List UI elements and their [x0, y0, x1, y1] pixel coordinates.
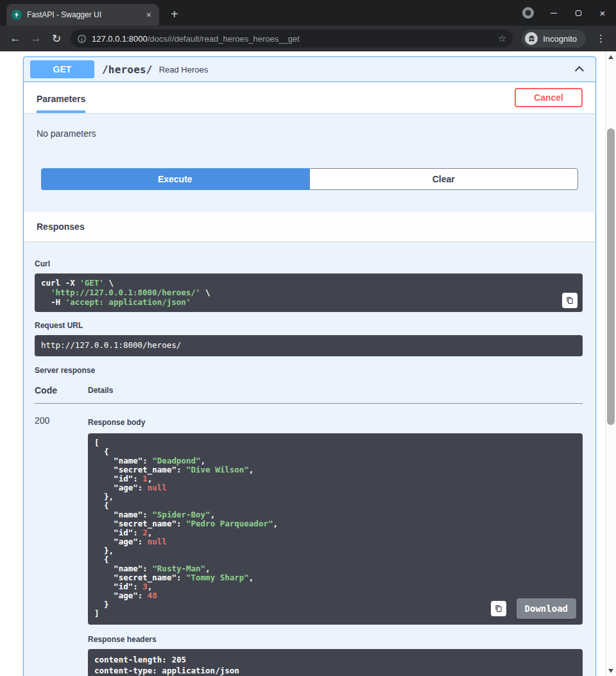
new-tab-button[interactable]: + — [167, 8, 182, 21]
url-host: 127.0.0.1:8000 — [92, 34, 148, 44]
curl-label: Curl — [35, 259, 583, 268]
page-info-icon[interactable] — [77, 34, 87, 44]
responses-section-header: Responses — [24, 212, 595, 241]
parameters-header: Parameters Cancel — [24, 82, 595, 113]
scrollbar-down-icon[interactable] — [606, 665, 616, 676]
incognito-spy-icon — [525, 32, 538, 45]
incognito-badge: Incognito — [522, 30, 586, 48]
response-body-json: [ { "name": "Deadpond", "secret_name": "… — [94, 438, 576, 618]
responses-title: Responses — [37, 221, 583, 232]
browser-window: FastAPI - Swagger UI × + × ← → ↻ 127.0.0… — [0, 0, 616, 676]
execute-button[interactable]: Execute — [41, 168, 309, 190]
opblock-summary[interactable]: GET /heroes/ Read Heroes — [24, 57, 595, 82]
responses-body: Curl curl -X 'GET' \ 'http://127.0.0.1:8… — [24, 241, 595, 676]
tab-strip: FastAPI - Swagger UI × + × — [0, 0, 616, 26]
profile-avatar-icon[interactable] — [522, 7, 534, 19]
back-icon[interactable]: ← — [6, 30, 24, 48]
page-scrollbar[interactable] — [605, 51, 616, 676]
forward-icon[interactable]: → — [27, 30, 45, 48]
close-window-button[interactable]: × — [598, 8, 607, 17]
endpoint-summary: Read Heroes — [159, 65, 209, 74]
url-text[interactable]: 127.0.0.1:8000/docs#/default/read_heroes… — [92, 34, 493, 44]
browser-toolbar: ← → ↻ 127.0.0.1:8000/docs#/default/read_… — [0, 26, 616, 51]
download-button[interactable]: Download — [517, 598, 576, 619]
status-code: 200 — [35, 404, 88, 676]
scrollbar-thumb[interactable] — [607, 128, 615, 425]
curl-command: curl -X 'GET' \ 'http://127.0.0.1:8000/h… — [41, 279, 576, 307]
window-controls: × — [522, 7, 616, 19]
response-headers-label: Response headers — [88, 635, 583, 644]
scrollbar-up-icon[interactable] — [606, 51, 616, 62]
server-response-label: Server response — [35, 366, 583, 375]
bookmark-star-icon[interactable]: ☆ — [498, 33, 506, 44]
browser-menu-icon[interactable]: ⋮ — [591, 33, 611, 44]
tab-title: FastAPI - Swagger UI — [27, 10, 139, 19]
request-url-block: http://127.0.0.1:8000/heroes/ — [35, 335, 583, 356]
copy-curl-button[interactable] — [562, 293, 578, 308]
clear-button[interactable]: Clear — [309, 168, 579, 190]
minimize-icon — [551, 13, 557, 13]
response-body-block: [ { "name": "Deadpond", "secret_name": "… — [88, 433, 583, 625]
reload-icon[interactable]: ↻ — [47, 30, 65, 48]
opblock-get-heroes: GET /heroes/ Read Heroes Parameters Canc… — [23, 56, 596, 676]
method-badge: GET — [30, 60, 94, 78]
request-url-value: http://127.0.0.1:8000/heroes/ — [41, 340, 181, 350]
copy-response-button[interactable] — [491, 601, 506, 616]
browser-tab[interactable]: FastAPI - Swagger UI × — [6, 4, 159, 26]
endpoint-path: /heroes/ — [94, 64, 159, 76]
maximize-button[interactable] — [574, 8, 583, 17]
response-row-200: 200 Response body [ { "name": "Deadpond"… — [35, 404, 583, 676]
collapse-chevron-icon[interactable] — [575, 66, 584, 75]
curl-command-block: curl -X 'GET' \ 'http://127.0.0.1:8000/h… — [35, 273, 583, 312]
url-bar[interactable]: 127.0.0.1:8000/docs#/default/read_heroes… — [71, 30, 513, 48]
request-url-label: Request URL — [35, 321, 583, 330]
no-parameters-message: No parameters — [24, 113, 595, 168]
tab-parameters[interactable]: Parameters — [37, 86, 85, 113]
code-column-header: Code — [35, 381, 88, 404]
details-column-header: Details — [88, 381, 583, 404]
cancel-button[interactable]: Cancel — [515, 88, 583, 107]
maximize-icon — [576, 10, 581, 16]
incognito-label: Incognito — [543, 34, 577, 44]
tab-close-icon[interactable]: × — [144, 9, 154, 21]
response-body-actions: Download — [491, 598, 576, 619]
url-path: /docs#/default/read_heroes_heroes__get — [148, 34, 300, 44]
server-response-table: Code Details 200 Response body [ { — [35, 381, 583, 676]
response-body-label: Response body — [88, 418, 583, 427]
execute-wrapper: Execute Clear — [24, 168, 595, 212]
page-content: GET /heroes/ Read Heroes Parameters Canc… — [0, 51, 616, 676]
fastapi-favicon-icon — [12, 10, 22, 20]
response-headers-block: content-length: 205content-type: applica… — [88, 649, 583, 676]
minimize-button[interactable] — [549, 8, 558, 17]
